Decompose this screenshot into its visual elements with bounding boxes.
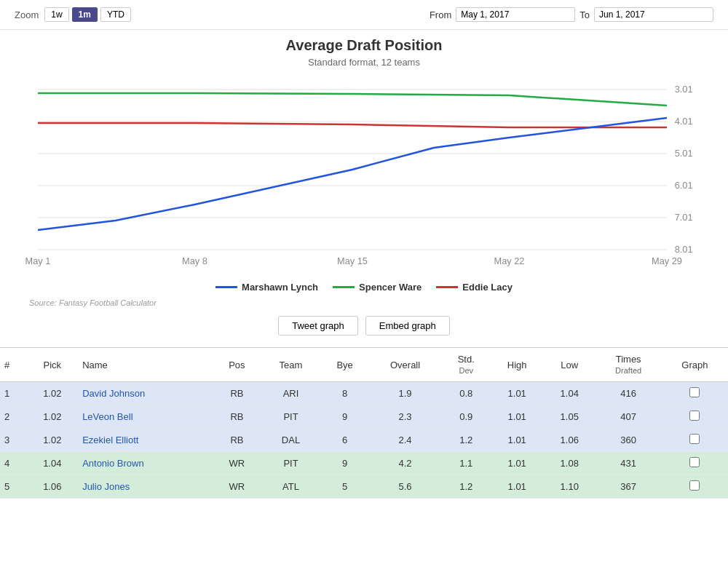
cell-low: 1.06 bbox=[544, 429, 596, 452]
cell-pos: RB bbox=[213, 429, 261, 452]
chart-subtitle: Standard format, 12 teams bbox=[15, 57, 713, 68]
zoom-label: Zoom bbox=[15, 9, 39, 20]
graph-checkbox[interactable] bbox=[689, 387, 700, 397]
svg-text:May 15: May 15 bbox=[337, 256, 368, 266]
svg-text:3.01: 3.01 bbox=[675, 84, 693, 95]
cell-std-dev: 0.9 bbox=[442, 405, 491, 429]
cell-pos: WR bbox=[213, 452, 261, 475]
th-times-label: Times bbox=[616, 354, 641, 365]
cell-name[interactable]: Ezekiel Elliott bbox=[78, 429, 213, 452]
svg-text:May 29: May 29 bbox=[652, 256, 682, 266]
graph-checkbox[interactable] bbox=[689, 480, 700, 491]
th-low: Low bbox=[544, 348, 596, 382]
legend-spencer: Spencer Ware bbox=[333, 282, 422, 293]
from-date-input[interactable] bbox=[456, 7, 575, 22]
table-row: 2 1.02 LeVeon Bell RB PIT 9 2.3 0.9 1.01… bbox=[0, 405, 728, 429]
th-graph: Graph bbox=[662, 348, 728, 382]
cell-num: 2 bbox=[0, 405, 26, 429]
table-body: 1 1.02 David Johnson RB ARI 8 1.9 0.8 1.… bbox=[0, 382, 728, 499]
svg-text:May 1: May 1 bbox=[25, 256, 51, 266]
chart-area: Average Draft Position Standard format, … bbox=[0, 30, 728, 336]
embed-graph-button[interactable]: Embed graph bbox=[365, 316, 450, 336]
cell-team: DAL bbox=[261, 429, 321, 452]
chart-legend: Marshawn Lynch Spencer Ware Eddie Lacy bbox=[15, 282, 713, 293]
cell-bye: 9 bbox=[321, 452, 368, 475]
cell-std-dev: 0.8 bbox=[442, 382, 491, 405]
zoom-ytd-button[interactable]: YTD bbox=[100, 7, 131, 22]
cell-graph[interactable] bbox=[662, 475, 728, 499]
cell-pick: 1.04 bbox=[26, 452, 78, 475]
cell-team: ARI bbox=[261, 382, 321, 405]
graph-checkbox[interactable] bbox=[689, 411, 700, 421]
legend-marshawn: Marshawn Lynch bbox=[215, 282, 318, 293]
cell-times-drafted: 367 bbox=[596, 475, 662, 499]
cell-name[interactable]: Julio Jones bbox=[78, 475, 213, 499]
cell-pos: RB bbox=[213, 382, 261, 405]
cell-low: 1.05 bbox=[544, 405, 596, 429]
table-row: 4 1.04 Antonio Brown WR PIT 9 4.2 1.1 1.… bbox=[0, 452, 728, 475]
table-header-row: # Pick Name Pos Team Bye Overall Std. De… bbox=[0, 348, 728, 382]
cell-high: 1.01 bbox=[491, 452, 544, 475]
cell-times-drafted: 431 bbox=[596, 452, 662, 475]
cell-low: 1.08 bbox=[544, 452, 596, 475]
table-row: 1 1.02 David Johnson RB ARI 8 1.9 0.8 1.… bbox=[0, 382, 728, 405]
th-bye: Bye bbox=[321, 348, 368, 382]
table-row: 3 1.02 Ezekiel Elliott RB DAL 6 2.4 1.2 … bbox=[0, 429, 728, 452]
zoom-1m-button[interactable]: 1m bbox=[72, 7, 98, 22]
cell-std-dev: 1.2 bbox=[442, 429, 491, 452]
th-num: # bbox=[0, 348, 26, 382]
cell-pos: WR bbox=[213, 475, 261, 499]
cell-num: 4 bbox=[0, 452, 26, 475]
cell-overall: 2.3 bbox=[368, 405, 442, 429]
cell-overall: 5.6 bbox=[368, 475, 442, 499]
cell-low: 1.04 bbox=[544, 382, 596, 405]
th-std-dev: Std. Dev bbox=[442, 348, 491, 382]
cell-num: 1 bbox=[0, 382, 26, 405]
svg-text:7.01: 7.01 bbox=[675, 213, 693, 223]
cell-bye: 8 bbox=[321, 382, 368, 405]
zoom-1w-button[interactable]: 1w bbox=[44, 7, 68, 22]
cell-pick: 1.02 bbox=[26, 429, 78, 452]
spencer-line-icon bbox=[333, 286, 355, 288]
adp-table: # Pick Name Pos Team Bye Overall Std. De… bbox=[0, 348, 728, 499]
cell-times-drafted: 416 bbox=[596, 382, 662, 405]
cell-times-drafted: 360 bbox=[596, 429, 662, 452]
cell-pick: 1.02 bbox=[26, 405, 78, 429]
to-date-input[interactable] bbox=[594, 7, 713, 22]
eddie-line-icon bbox=[436, 286, 458, 288]
cell-num: 5 bbox=[0, 475, 26, 499]
cell-name[interactable]: David Johnson bbox=[78, 382, 213, 405]
chart-svg: 3.01 4.01 5.01 6.01 7.01 8.01 May 1 May … bbox=[15, 75, 713, 279]
table-section: # Pick Name Pos Team Bye Overall Std. De… bbox=[0, 347, 728, 499]
cell-graph[interactable] bbox=[662, 382, 728, 405]
cell-overall: 2.4 bbox=[368, 429, 442, 452]
cell-name[interactable]: LeVeon Bell bbox=[78, 405, 213, 429]
marshawn-label: Marshawn Lynch bbox=[242, 282, 318, 293]
cell-bye: 6 bbox=[321, 429, 368, 452]
th-times-sub: Drafted bbox=[615, 366, 641, 375]
svg-text:5.01: 5.01 bbox=[675, 148, 693, 159]
cell-bye: 5 bbox=[321, 475, 368, 499]
graph-checkbox[interactable] bbox=[689, 434, 700, 444]
th-std-dev-sub: Dev bbox=[459, 366, 473, 375]
cell-pick: 1.06 bbox=[26, 475, 78, 499]
cell-graph[interactable] bbox=[662, 405, 728, 429]
th-overall: Overall bbox=[368, 348, 442, 382]
tweet-graph-button[interactable]: Tweet graph bbox=[278, 316, 358, 336]
th-team: Team bbox=[261, 348, 321, 382]
cell-std-dev: 1.1 bbox=[442, 452, 491, 475]
top-controls: Zoom 1w 1m YTD From To bbox=[0, 0, 728, 30]
from-label: From bbox=[430, 9, 451, 20]
cell-graph[interactable] bbox=[662, 452, 728, 475]
cell-graph[interactable] bbox=[662, 429, 728, 452]
th-std-dev-label: Std. bbox=[458, 354, 475, 365]
legend-eddie: Eddie Lacy bbox=[436, 282, 513, 293]
action-buttons: Tweet graph Embed graph bbox=[15, 316, 713, 336]
cell-high: 1.01 bbox=[491, 429, 544, 452]
cell-overall: 1.9 bbox=[368, 382, 442, 405]
to-label: To bbox=[579, 9, 590, 20]
cell-name[interactable]: Antonio Brown bbox=[78, 452, 213, 475]
graph-checkbox[interactable] bbox=[689, 457, 700, 467]
cell-high: 1.01 bbox=[491, 405, 544, 429]
th-pos: Pos bbox=[213, 348, 261, 382]
